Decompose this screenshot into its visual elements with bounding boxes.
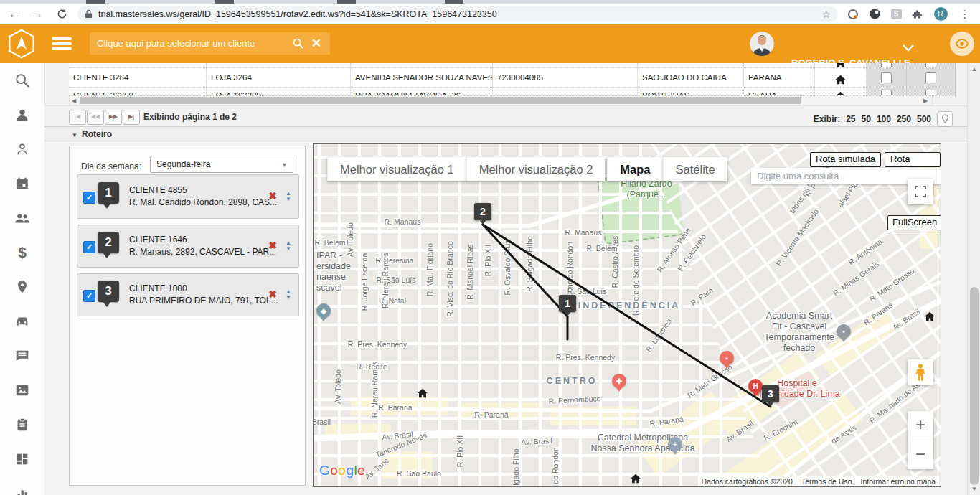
row-checkbox[interactable]	[925, 90, 936, 95]
hscroll-right-icon[interactable]: ▶	[923, 97, 928, 105]
hospital-pin[interactable]: ✚	[612, 374, 626, 388]
map-button-2[interactable]: Melhor visualização 2	[466, 157, 606, 182]
poi-gray-pin[interactable]: •	[837, 324, 851, 339]
pegman-icon[interactable]	[908, 359, 933, 385]
map-button-1[interactable]: Melhor visualização 1	[327, 157, 466, 182]
bookmark-star-icon[interactable]: ☆	[821, 9, 831, 20]
reload-icon[interactable]	[52, 4, 72, 24]
search-icon[interactable]	[292, 37, 304, 50]
hscroll-left-icon[interactable]: ◀	[72, 97, 76, 105]
user-avatar[interactable]	[750, 32, 774, 56]
page-size-50[interactable]: 50	[862, 114, 871, 124]
stop-card-3[interactable]: ✓3CLIENTE 1000RUA PRIMEIRO DE MAIO, 791,…	[77, 273, 299, 316]
reorder-stop-icon[interactable]: ▲▼	[286, 191, 291, 202]
attribution-link[interactable]: Informar erro no mapa	[861, 477, 936, 486]
lightbulb-icon[interactable]	[937, 111, 953, 127]
sidebar-item-calendar[interactable]	[0, 166, 44, 201]
reorder-stop-icon[interactable]: ▲▼	[286, 240, 291, 252]
eye-icon[interactable]	[950, 32, 974, 56]
fullscreen-button[interactable]: FullScreen	[887, 215, 941, 230]
google-logo[interactable]: Google	[319, 463, 365, 478]
delete-stop-icon[interactable]: ✖	[268, 240, 277, 251]
browser-menu-icon[interactable]: ⋮	[956, 4, 974, 24]
stop-card-1[interactable]: ✓1CLIENTE 4855R. Mal. Cândido Rondon, 28…	[77, 174, 299, 219]
stop-card-2[interactable]: ✓2CLIENTE 1646R. Manaus, 2892, CASCAVEL …	[77, 225, 299, 268]
extension-s-icon[interactable]: S	[887, 4, 905, 24]
church-pin[interactable]: +	[668, 437, 682, 451]
sidebar-item-person[interactable]	[0, 98, 44, 132]
hospital-circle-pin[interactable]: H	[748, 379, 763, 393]
stop-checkbox[interactable]: ✓	[83, 241, 95, 253]
map-button-4[interactable]: Satélite	[663, 157, 727, 182]
hamburger-menu-icon[interactable]	[52, 37, 72, 52]
reorder-stop-icon[interactable]: ▲▼	[286, 289, 291, 301]
sidebar-item-person-outline[interactable]	[0, 132, 44, 166]
delete-stop-icon[interactable]: ✖	[268, 288, 277, 300]
extension-circle-icon[interactable]	[844, 4, 862, 24]
table-row[interactable]: CLIENTE 36350LOJA 163200RUA JOAQUIM TAVO…	[69, 88, 956, 96]
sidebar-item-group[interactable]	[0, 201, 44, 235]
sidebar-item-bar-chart[interactable]	[0, 476, 44, 495]
table-row[interactable]	[69, 63, 956, 68]
sidebar-item-search[interactable]	[0, 63, 44, 98]
location-pin-icon	[14, 279, 30, 295]
day-of-week-select[interactable]: Segunda-feira ▼	[150, 156, 293, 173]
row-checkbox[interactable]	[881, 90, 892, 95]
table-row[interactable]: CLIENTE 3264LOJA 3264AVENIDA SENADOR SOU…	[69, 68, 956, 88]
row-checkbox[interactable]	[881, 72, 892, 83]
google-map[interactable]: Av. ToledoR. Jorge LacerdaR. Nereu Ramos…	[313, 143, 941, 487]
sidebar-item-car[interactable]	[0, 304, 44, 339]
row-checkbox[interactable]	[925, 63, 936, 67]
route-marker-3[interactable]: 3	[762, 385, 779, 402]
delete-stop-icon[interactable]: ✖	[268, 190, 277, 202]
route-marker-2[interactable]: 2	[474, 203, 491, 220]
roteiro-section-header[interactable]: ▼ Roteiro	[44, 127, 967, 141]
browser-avatar[interactable]: R	[931, 4, 950, 24]
table-hscrollbar[interactable]: ◀ ▶	[69, 95, 933, 105]
building-pin[interactable]: ▪	[720, 351, 734, 365]
stop-checkbox[interactable]: ✓	[83, 290, 95, 302]
school-pin[interactable]: ◆	[316, 303, 331, 318]
scroll-up-icon[interactable]: ▲	[971, 65, 977, 74]
user-menu-chevron-icon[interactable]	[903, 42, 914, 55]
scroll-down-icon[interactable]: ▼	[971, 485, 977, 494]
rota-direta-button[interactable]: Rota direta	[885, 152, 941, 167]
extension-dot-icon[interactable]	[865, 4, 884, 24]
cell-cliente: CLIENTE 3264	[69, 68, 207, 87]
row-checkbox[interactable]	[881, 63, 892, 67]
prev-page-button[interactable]: ◀◀	[87, 110, 104, 125]
row-checkbox[interactable]	[925, 72, 936, 83]
sidebar-item-chat[interactable]	[0, 339, 44, 373]
rota-simulada-button[interactable]: Rota simulada	[810, 152, 881, 167]
scrollbar-thumb[interactable]	[970, 287, 979, 485]
hscroll-thumb[interactable]	[80, 97, 801, 104]
stop-checkbox[interactable]: ✓	[83, 192, 95, 204]
sidebar-item-dollar[interactable]: $	[0, 235, 44, 270]
last-page-button[interactable]: ▶|	[123, 110, 140, 125]
mastersales-logo[interactable]	[6, 28, 37, 62]
fullscreen-icon[interactable]	[908, 179, 933, 204]
sidebar-item-clipboard[interactable]	[0, 407, 44, 442]
url-bar[interactable]: trial.mastersales.ws/geral/ID_1596453599…	[77, 6, 838, 22]
street-label: R. Belém	[586, 244, 617, 253]
clear-search-icon[interactable]: ✕	[311, 36, 321, 51]
page-size-100[interactable]: 100	[877, 114, 891, 124]
first-page-button[interactable]: |◀	[69, 110, 86, 125]
page-size-25[interactable]: 25	[846, 114, 855, 124]
attribution-link[interactable]: Termos de Uso	[801, 477, 852, 486]
sidebar-item-location-pin[interactable]	[0, 270, 44, 304]
zoom-out-button[interactable]: −	[908, 440, 933, 469]
map-button-3[interactable]: Mapa	[607, 157, 662, 182]
extensions-puzzle-icon[interactable]	[908, 4, 927, 24]
next-page-button[interactable]: ▶▶	[105, 110, 122, 125]
sidebar-item-dashboard[interactable]	[0, 442, 44, 476]
zoom-in-button[interactable]: +	[908, 411, 933, 440]
route-marker-1[interactable]: 1	[559, 295, 576, 312]
client-search-input[interactable]	[90, 38, 292, 49]
page-size-500[interactable]: 500	[917, 114, 931, 124]
back-icon[interactable]: ←	[4, 4, 24, 24]
sidebar-item-photo[interactable]	[0, 373, 44, 407]
forward-icon[interactable]: →	[27, 4, 47, 24]
page-scrollbar[interactable]: ▲ ▼	[967, 63, 980, 495]
page-size-250[interactable]: 250	[897, 114, 911, 124]
